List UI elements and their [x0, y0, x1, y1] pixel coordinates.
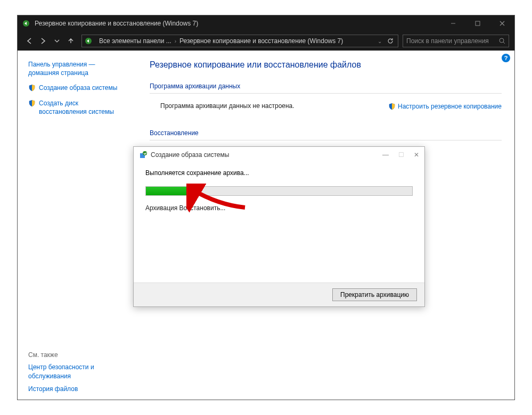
recent-button[interactable] [51, 35, 63, 47]
address-bar: Все элементы панели ... › Резервное копи… [18, 31, 514, 51]
shield-icon [28, 84, 36, 92]
dialog-controls: — ☐ ✕ [382, 151, 419, 159]
group-label: Восстановление [150, 129, 502, 137]
shield-icon [388, 103, 396, 110]
svg-rect-2 [476, 21, 480, 26]
search-input[interactable]: Поиск в панели управления [403, 35, 509, 47]
control-panel-home-link[interactable]: Панель управления — домашняя страница [28, 60, 118, 77]
search-icon [499, 38, 505, 44]
dialog-maximize-button: ☐ [398, 151, 404, 159]
refresh-button[interactable] [385, 35, 396, 47]
dialog-body: Выполняется сохранение архива... Архивац… [134, 163, 424, 283]
chevron-down-icon[interactable]: ⌄ [377, 38, 383, 44]
link-label: Настроить резервное копирование [398, 103, 502, 110]
close-button[interactable] [490, 15, 514, 31]
create-system-image-link[interactable]: Создание образа системы [28, 84, 118, 92]
breadcrumb[interactable]: Все элементы панели ... › Резервное копи… [81, 35, 398, 47]
backup-icon [139, 151, 148, 159]
dialog-status: Выполняется сохранение архива... [145, 169, 413, 177]
dialog-title: Создание образа системы [151, 151, 229, 159]
forward-button[interactable] [37, 35, 50, 47]
backup-group: Программа архивации данных Программа арх… [150, 82, 502, 120]
maximize-button[interactable] [465, 15, 490, 31]
shield-icon [28, 99, 36, 107]
dialog-close-button[interactable]: ✕ [414, 151, 419, 159]
app-icon [22, 19, 30, 28]
create-image-dialog: Создание образа системы — ☐ ✕ Выполняетс… [133, 146, 425, 307]
sidebar-item-label: Создание образа системы [39, 84, 117, 92]
window-title: Резервное копирование и восстановление (… [35, 20, 198, 27]
see-also: См. также Центр безопасности и обслужива… [28, 351, 118, 393]
security-center-link[interactable]: Центр безопасности и обслуживания [28, 363, 118, 380]
setup-backup-link[interactable]: Настроить резервное копирование [388, 102, 502, 110]
backup-status-text: Программа архивации данных не настроена. [160, 102, 294, 110]
progress-bar [145, 186, 413, 196]
file-history-link[interactable]: История файлов [28, 385, 118, 393]
crumb-root[interactable]: Все элементы панели ... [99, 37, 171, 45]
dialog-detail: Архивация Восстановить... [145, 204, 413, 212]
dialog-titlebar: Создание образа системы — ☐ ✕ [134, 147, 424, 163]
titlebar: Резервное копирование и восстановление (… [18, 15, 514, 31]
sidebar-item-label: Создать диск восстановления системы [39, 99, 118, 116]
back-button[interactable] [23, 35, 36, 47]
dialog-footer: Прекратить архивацию [134, 283, 424, 306]
chevron-right-icon: › [174, 38, 177, 44]
svg-line-7 [503, 42, 505, 44]
progress-fill [146, 187, 191, 195]
page-title: Резервное копирование или восстановление… [150, 60, 502, 70]
create-repair-disc-link[interactable]: Создать диск восстановления системы [28, 99, 118, 116]
crumb-current[interactable]: Резервное копирование и восстановление (… [179, 37, 343, 45]
group-label: Программа архивации данных [150, 82, 502, 90]
dialog-minimize-button[interactable]: — [382, 151, 389, 159]
svg-point-6 [500, 38, 504, 43]
stop-backup-button[interactable]: Прекратить архивацию [332, 288, 417, 301]
path-icon [84, 37, 93, 45]
see-also-label: См. также [28, 351, 118, 359]
window-controls [441, 15, 514, 31]
minimize-button[interactable] [441, 15, 465, 31]
search-placeholder: Поиск в панели управления [406, 37, 499, 45]
up-button[interactable] [64, 35, 77, 47]
sidebar: Панель управления — домашняя страница Со… [18, 51, 124, 400]
